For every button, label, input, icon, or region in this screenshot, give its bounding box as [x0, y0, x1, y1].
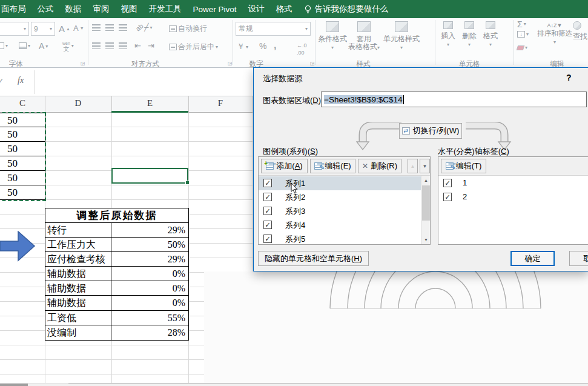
- increase-font-button[interactable]: A▲: [59, 24, 70, 34]
- edit-axis-button[interactable]: ✎ 编辑(T): [441, 159, 486, 173]
- series-item-3[interactable]: ✓ 系列3: [259, 204, 430, 218]
- orientation-button[interactable]: ab╱▾: [136, 23, 153, 32]
- align-middle-button[interactable]: [105, 24, 114, 31]
- decrease-decimal-button[interactable]: .00: [297, 50, 305, 56]
- cell-c-50[interactable]: 50: [0, 185, 45, 200]
- sort-filter-button[interactable]: A↓Z▼ 排序和筛选▾: [536, 21, 573, 46]
- tab-power-pivot[interactable]: Power Pivot: [193, 5, 237, 14]
- scrollbar-thumb[interactable]: [0, 384, 28, 386]
- series-item-4[interactable]: ✓ 系列4: [259, 218, 430, 232]
- enter-check-icon[interactable]: ✓: [0, 76, 4, 86]
- increase-decimal-button[interactable]: ←.0: [297, 42, 307, 48]
- checkbox-checked[interactable]: ✓: [443, 193, 452, 201]
- format-cells-button[interactable]: 格式▾: [480, 21, 501, 48]
- tab-chart-format[interactable]: 格式: [276, 4, 292, 15]
- column-header-e[interactable]: E: [111, 98, 188, 108]
- align-left-button[interactable]: [92, 42, 101, 49]
- percent-style-button[interactable]: %: [259, 41, 266, 51]
- tab-chart-design[interactable]: 设计: [248, 4, 265, 15]
- number-dialog-launcher[interactable]: ◲: [310, 61, 315, 66]
- tell-me-box[interactable]: 告诉我你想要做什么: [304, 4, 389, 15]
- cell-styles-button[interactable]: 单元格样式▾: [382, 21, 421, 52]
- table-row[interactable]: 没编制28%: [45, 325, 188, 340]
- edit-series-button[interactable]: ✎ 编辑(E): [310, 159, 355, 173]
- chart-range-input[interactable]: =Sheet3!$B$9:$C$14: [321, 92, 587, 107]
- tab-review[interactable]: 审阅: [93, 4, 110, 15]
- tab-page-layout[interactable]: 面布局: [1, 4, 26, 15]
- move-series-down-button[interactable]: ▼: [420, 159, 430, 173]
- axis-item-2[interactable]: ✓ 2: [438, 190, 588, 204]
- align-right-button[interactable]: [119, 42, 127, 49]
- find-select-button[interactable]: 查找: [573, 21, 588, 41]
- table-row[interactable]: 工资低55%: [45, 311, 188, 325]
- autosum-button[interactable]: Σ▾: [517, 21, 526, 28]
- fill-color-button[interactable]: ▾: [19, 42, 30, 49]
- cancel-button[interactable]: 取消: [569, 251, 588, 266]
- fill-button[interactable]: ↓▾: [517, 31, 529, 38]
- hidden-empty-cells-button[interactable]: 隐藏的单元格和空单元格(H): [258, 251, 369, 266]
- axis-item-1[interactable]: ✓ 1: [438, 176, 588, 190]
- series-item-2[interactable]: ✓ 系列2: [259, 190, 430, 204]
- decrease-font-button[interactable]: A▼: [73, 24, 84, 33]
- accounting-format-button[interactable]: ￥▾: [237, 41, 248, 52]
- cell-c-50[interactable]: 50: [0, 156, 45, 171]
- checkbox-checked[interactable]: ✓: [263, 193, 272, 201]
- checkbox-checked[interactable]: ✓: [263, 179, 272, 187]
- column-header-c[interactable]: C: [0, 98, 45, 108]
- add-series-button[interactable]: + 添加(A): [261, 159, 308, 173]
- table-row[interactable]: 辅助数据0%: [45, 281, 188, 296]
- clear-button[interactable]: ▾: [517, 45, 527, 50]
- series-item-1[interactable]: ✓ 系列1: [259, 176, 430, 190]
- cell-c-50[interactable]: 50: [0, 171, 45, 185]
- switch-row-column-button[interactable]: ⇄ 切换行/列(W): [399, 123, 462, 139]
- cell-c-50[interactable]: 50: [0, 142, 45, 156]
- delete-cells-button[interactable]: 删除▾: [458, 21, 480, 48]
- number-format-combo[interactable]: 常规 ▾: [236, 22, 311, 36]
- wrap-text-button[interactable]: 自动换行: [169, 24, 207, 34]
- conditional-formatting-button[interactable]: 条件格式▾: [317, 21, 348, 52]
- align-top-button[interactable]: [92, 24, 101, 31]
- scroll-down-icon[interactable]: ▼: [421, 235, 431, 244]
- table-row[interactable]: 工作压力大50%: [45, 238, 188, 252]
- tab-developer[interactable]: 开发工具: [149, 4, 182, 15]
- table-row[interactable]: 辅助数据0%: [45, 296, 188, 310]
- delete-series-button[interactable]: ✕ 删除(R): [358, 159, 401, 173]
- checkbox-checked[interactable]: ✓: [263, 221, 272, 229]
- checkbox-checked[interactable]: ✓: [443, 179, 452, 187]
- scroll-thumb[interactable]: [422, 185, 430, 221]
- help-icon[interactable]: ?: [566, 73, 572, 82]
- tab-data[interactable]: 数据: [65, 4, 82, 15]
- column-header-f[interactable]: F: [188, 98, 253, 108]
- phonetic-guide-button[interactable]: wén文 ▾: [62, 40, 74, 52]
- tab-view[interactable]: 视图: [121, 4, 137, 15]
- insert-cells-button[interactable]: 插入▾: [437, 21, 459, 48]
- ok-button[interactable]: 确定: [510, 251, 555, 266]
- series-item-5[interactable]: ✓ 系列5: [259, 232, 430, 246]
- table-row[interactable]: 应付检查考核29%: [45, 252, 188, 267]
- cell-c-50[interactable]: 50: [0, 127, 45, 142]
- decrease-indent-button[interactable]: ⇤: [134, 41, 141, 50]
- format-as-table-button[interactable]: 套用 表格格式▾: [346, 21, 382, 52]
- comma-style-button[interactable]: ,: [274, 40, 276, 51]
- series-list-scrollbar[interactable]: ▲ ▼: [421, 176, 430, 244]
- increase-indent-button[interactable]: ⇥: [148, 41, 154, 50]
- table-row[interactable]: 转行29%: [45, 223, 188, 238]
- checkbox-checked[interactable]: ✓: [263, 235, 272, 243]
- move-series-up-button[interactable]: ▲: [408, 159, 418, 173]
- borders-button[interactable]: ▾: [0, 42, 8, 49]
- tab-formulas[interactable]: 公式: [38, 4, 54, 15]
- table-row[interactable]: 辅助数据0%: [45, 267, 188, 281]
- bottom-scrollbar-strip[interactable]: [0, 383, 588, 386]
- fill-handle[interactable]: [185, 181, 190, 185]
- fx-icon[interactable]: fx: [18, 76, 24, 85]
- column-header-d[interactable]: D: [45, 98, 111, 108]
- checkbox-checked[interactable]: ✓: [263, 207, 272, 215]
- merge-center-button[interactable]: 合并后居中▾: [169, 42, 218, 52]
- active-cell[interactable]: [111, 168, 188, 184]
- chart-object[interactable]: [204, 271, 588, 383]
- align-bottom-button[interactable]: [119, 24, 127, 31]
- cell-c-50[interactable]: 50: [0, 113, 45, 127]
- align-center-button[interactable]: [105, 42, 114, 49]
- font-size-combo[interactable]: 9 ▾: [31, 22, 55, 36]
- blue-arrow-shape[interactable]: [0, 231, 36, 262]
